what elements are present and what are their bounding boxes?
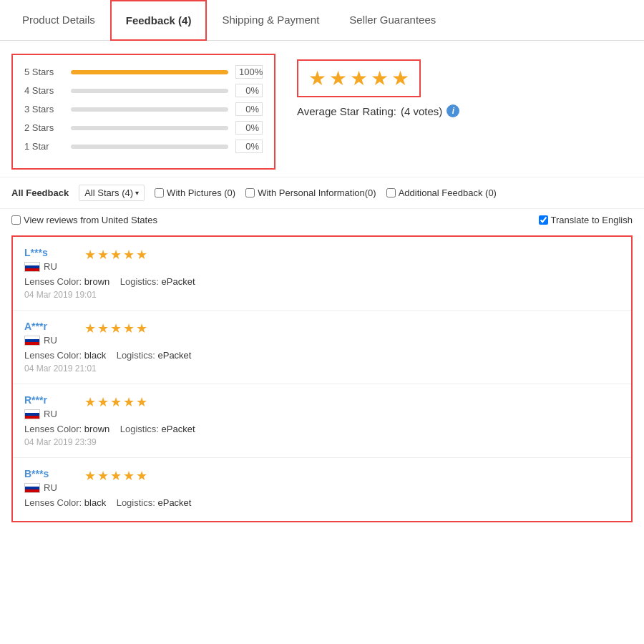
- translate-label: Translate to English: [551, 215, 633, 225]
- star-label: 3 Stars: [24, 104, 64, 114]
- rating-section: 5 Stars 100% 4 Stars 0% 3 Stars 0% 2 Sta…: [0, 41, 644, 177]
- view-reviews-left: View reviews from United States: [11, 215, 157, 225]
- small-star: ★: [84, 468, 96, 484]
- small-star: ★: [97, 321, 109, 336]
- star-row-3: 3 Stars 0%: [24, 102, 263, 116]
- review-date: 04 Mar 2019 19:01: [24, 290, 620, 300]
- small-star: ★: [136, 468, 147, 484]
- view-reviews-checkbox[interactable]: [11, 215, 21, 225]
- star-label: 4 Stars: [24, 85, 64, 96]
- tab-bar: Product Details Feedback (4) Shipping & …: [0, 0, 644, 41]
- star-row-5: 5 Stars 100%: [24, 65, 263, 79]
- logistics-value: ePacket: [162, 276, 195, 287]
- review-item: A***r RU ★★★★★ Lenses Color: black Logis…: [13, 311, 631, 384]
- reviewer-name: A***r: [24, 321, 74, 332]
- avg-votes: (4 votes): [401, 105, 442, 117]
- small-star: ★: [84, 247, 96, 263]
- bar-pct: 100%: [235, 65, 263, 79]
- small-star: ★: [136, 247, 147, 263]
- small-star: ★: [136, 321, 147, 336]
- additional-checkbox[interactable]: [386, 188, 396, 197]
- big-star: ★: [350, 67, 368, 90]
- color-value: black: [84, 350, 106, 361]
- small-star: ★: [110, 468, 122, 484]
- color-label: Lenses Color:: [24, 424, 82, 434]
- logistics-value: ePacket: [162, 424, 195, 434]
- stars-dropdown-label: All Stars (4): [84, 187, 133, 198]
- flag-icon: [24, 262, 40, 272]
- with-personal-checkbox[interactable]: [245, 188, 255, 197]
- bar-pct: 0%: [235, 140, 263, 153]
- bar-track: [71, 89, 228, 93]
- small-star: ★: [110, 321, 122, 336]
- reviewer-name: L***s: [24, 247, 74, 258]
- review-stars: ★★★★★: [84, 247, 147, 263]
- avg-rating: ★★★★★ Average Star Rating: (4 votes) i: [297, 54, 459, 117]
- additional-label: Additional Feedback (0): [399, 187, 497, 198]
- small-star: ★: [110, 394, 122, 410]
- review-details: Lenses Color: black Logistics: ePacket: [24, 497, 620, 508]
- logistics-label: Logistics:: [120, 424, 159, 434]
- logistics-label: Logistics:: [117, 350, 155, 361]
- translate-checkbox[interactable]: [539, 215, 548, 225]
- review-header: L***s RU ★★★★★: [24, 247, 620, 272]
- review-item: R***r RU ★★★★★ Lenses Color: brown Logis…: [13, 384, 631, 458]
- with-personal-filter[interactable]: With Personal Information(0): [245, 187, 376, 198]
- review-item: L***s RU ★★★★★ Lenses Color: brown Logis…: [13, 237, 631, 311]
- tab-seller[interactable]: Seller Guarantees: [334, 0, 451, 41]
- additional-filter[interactable]: Additional Feedback (0): [386, 187, 497, 198]
- big-star: ★: [329, 67, 347, 90]
- tab-feedback[interactable]: Feedback (4): [110, 0, 208, 41]
- flag-icon: [24, 409, 40, 419]
- translate-filter[interactable]: Translate to English: [539, 215, 633, 225]
- with-personal-label: With Personal Information(0): [258, 187, 376, 198]
- review-stars: ★★★★★: [84, 394, 147, 410]
- chevron-down-icon: ▾: [135, 189, 139, 197]
- reviewer-country: RU: [24, 335, 74, 346]
- review-date: 04 Mar 2019 23:39: [24, 437, 620, 447]
- review-header: B***s RU ★★★★★: [24, 468, 620, 493]
- info-icon[interactable]: i: [447, 104, 459, 117]
- translate-right: Translate to English: [539, 215, 633, 225]
- with-pictures-filter[interactable]: With Pictures (0): [155, 187, 235, 198]
- big-star: ★: [308, 67, 326, 90]
- star-label: 2 Stars: [24, 122, 64, 133]
- star-label: 5 Stars: [24, 67, 64, 77]
- reviewer-info: B***s RU: [24, 468, 74, 493]
- color-label: Lenses Color:: [24, 350, 82, 361]
- bar-fill: [71, 70, 228, 74]
- reviewer-info: R***r RU: [24, 394, 74, 419]
- small-star: ★: [123, 394, 135, 410]
- logistics-label: Logistics:: [117, 497, 155, 508]
- reviewer-country: RU: [24, 261, 74, 272]
- small-star: ★: [136, 394, 147, 410]
- reviewer-name: B***s: [24, 468, 74, 479]
- tab-shipping[interactable]: Shipping & Payment: [207, 0, 334, 41]
- bar-track: [71, 70, 228, 74]
- filter-row2: View reviews from United States Translat…: [0, 209, 644, 231]
- star-label: 1 Star: [24, 141, 64, 152]
- color-label: Lenses Color:: [24, 497, 82, 508]
- avg-text: Average Star Rating: (4 votes) i: [297, 104, 459, 117]
- logistics-value: ePacket: [157, 497, 191, 508]
- with-pictures-checkbox[interactable]: [155, 188, 164, 197]
- star-row-1: 1 Star 0%: [24, 140, 263, 153]
- with-pictures-label: With Pictures (0): [167, 187, 235, 198]
- review-details: Lenses Color: black Logistics: ePacket: [24, 350, 620, 361]
- review-stars: ★★★★★: [84, 468, 147, 484]
- tab-product-details[interactable]: Product Details: [7, 0, 110, 41]
- small-star: ★: [84, 321, 96, 336]
- reviewer-country: RU: [24, 409, 74, 419]
- small-star: ★: [110, 247, 122, 263]
- flag-icon: [24, 336, 40, 346]
- country-code: RU: [44, 482, 57, 493]
- country-code: RU: [44, 409, 57, 419]
- country-code: RU: [44, 261, 57, 272]
- color-label: Lenses Color:: [24, 276, 82, 287]
- bar-pct: 0%: [235, 102, 263, 116]
- view-reviews-filter[interactable]: View reviews from United States: [11, 215, 157, 225]
- color-value: black: [84, 497, 106, 508]
- small-star: ★: [97, 468, 109, 484]
- stars-dropdown[interactable]: All Stars (4) ▾: [79, 185, 145, 201]
- star-row-4: 4 Stars 0%: [24, 84, 263, 97]
